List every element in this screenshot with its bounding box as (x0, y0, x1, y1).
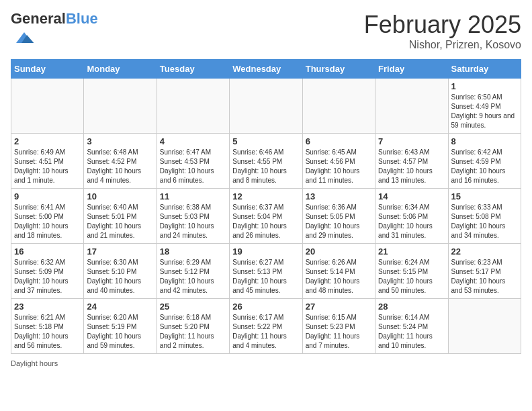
day-number: 3 (87, 136, 153, 146)
calendar-cell: 11Sunrise: 6:38 AM Sunset: 5:03 PM Dayli… (157, 189, 229, 244)
weekday-header: Saturday (448, 60, 521, 79)
day-info: Sunrise: 6:15 AM Sunset: 5:23 PM Dayligh… (306, 313, 372, 351)
calendar-cell: 21Sunrise: 6:24 AM Sunset: 5:15 PM Dayli… (375, 244, 448, 299)
day-info: Sunrise: 6:23 AM Sunset: 5:17 PM Dayligh… (451, 258, 518, 295)
calendar-week-row: 1Sunrise: 6:50 AM Sunset: 4:49 PM Daylig… (11, 79, 521, 134)
day-info: Sunrise: 6:40 AM Sunset: 5:01 PM Dayligh… (87, 203, 153, 240)
day-info: Sunrise: 6:34 AM Sunset: 5:06 PM Dayligh… (378, 203, 445, 240)
day-number: 17 (87, 246, 153, 257)
calendar-cell: 25Sunrise: 6:18 AM Sunset: 5:20 PM Dayli… (157, 299, 229, 354)
day-info: Sunrise: 6:47 AM Sunset: 4:53 PM Dayligh… (160, 148, 226, 185)
calendar-cell: 6Sunrise: 6:45 AM Sunset: 4:56 PM Daylig… (302, 134, 375, 189)
calendar-cell: 3Sunrise: 6:48 AM Sunset: 4:52 PM Daylig… (84, 134, 157, 189)
day-info: Sunrise: 6:18 AM Sunset: 5:20 PM Dayligh… (160, 313, 226, 351)
title-block: February 2025 Nishor, Prizren, Kosovo (364, 11, 521, 51)
calendar-cell: 23Sunrise: 6:21 AM Sunset: 5:18 PM Dayli… (11, 299, 84, 354)
calendar-cell: 16Sunrise: 6:32 AM Sunset: 5:09 PM Dayli… (11, 244, 84, 299)
day-info: Sunrise: 6:43 AM Sunset: 4:57 PM Dayligh… (378, 148, 445, 185)
calendar-cell: 22Sunrise: 6:23 AM Sunset: 5:17 PM Dayli… (448, 244, 521, 299)
day-number: 20 (306, 246, 372, 257)
weekday-header: Wednesday (230, 60, 302, 79)
calendar-cell (84, 79, 157, 134)
daylight-hours-label: Daylight hours (11, 359, 58, 367)
weekday-header: Thursday (302, 60, 375, 79)
logo: GeneralBlue (11, 11, 98, 51)
calendar-cell (302, 79, 375, 134)
day-info: Sunrise: 6:33 AM Sunset: 5:08 PM Dayligh… (451, 203, 518, 240)
day-number: 18 (160, 246, 226, 257)
calendar-cell: 27Sunrise: 6:15 AM Sunset: 5:23 PM Dayli… (302, 299, 375, 354)
day-info: Sunrise: 6:37 AM Sunset: 5:04 PM Dayligh… (232, 203, 299, 240)
day-info: Sunrise: 6:30 AM Sunset: 5:10 PM Dayligh… (87, 258, 153, 295)
day-number: 6 (306, 136, 372, 146)
day-number: 14 (378, 191, 445, 201)
calendar-cell (448, 299, 521, 354)
calendar-cell: 5Sunrise: 6:46 AM Sunset: 4:55 PM Daylig… (230, 134, 302, 189)
day-info: Sunrise: 6:17 AM Sunset: 5:22 PM Dayligh… (232, 313, 299, 351)
calendar-cell: 26Sunrise: 6:17 AM Sunset: 5:22 PM Dayli… (230, 299, 302, 354)
day-info: Sunrise: 6:24 AM Sunset: 5:15 PM Dayligh… (378, 258, 445, 295)
day-number: 9 (14, 191, 81, 201)
day-info: Sunrise: 6:38 AM Sunset: 5:03 PM Dayligh… (160, 203, 226, 240)
day-number: 19 (232, 246, 299, 257)
day-number: 13 (306, 191, 372, 201)
calendar-cell: 2Sunrise: 6:49 AM Sunset: 4:51 PM Daylig… (11, 134, 84, 189)
calendar-week-row: 23Sunrise: 6:21 AM Sunset: 5:18 PM Dayli… (11, 299, 521, 354)
day-number: 15 (451, 191, 518, 201)
day-info: Sunrise: 6:14 AM Sunset: 5:24 PM Dayligh… (378, 313, 445, 351)
day-info: Sunrise: 6:48 AM Sunset: 4:52 PM Dayligh… (87, 148, 153, 185)
calendar-cell: 17Sunrise: 6:30 AM Sunset: 5:10 PM Dayli… (84, 244, 157, 299)
day-info: Sunrise: 6:41 AM Sunset: 5:00 PM Dayligh… (14, 203, 81, 240)
calendar-cell: 4Sunrise: 6:47 AM Sunset: 4:53 PM Daylig… (157, 134, 229, 189)
calendar-cell: 24Sunrise: 6:20 AM Sunset: 5:19 PM Dayli… (84, 299, 157, 354)
weekday-header: Monday (84, 60, 157, 79)
weekday-header: Sunday (11, 60, 84, 79)
calendar-cell (230, 79, 302, 134)
day-info: Sunrise: 6:42 AM Sunset: 4:59 PM Dayligh… (451, 148, 518, 185)
day-info: Sunrise: 6:26 AM Sunset: 5:14 PM Dayligh… (306, 258, 372, 295)
day-number: 8 (451, 136, 518, 146)
day-number: 2 (14, 136, 81, 146)
month-title: February 2025 (364, 11, 521, 39)
calendar-cell: 19Sunrise: 6:27 AM Sunset: 5:13 PM Dayli… (230, 244, 302, 299)
weekday-header: Tuesday (157, 60, 229, 79)
day-info: Sunrise: 6:46 AM Sunset: 4:55 PM Dayligh… (232, 148, 299, 185)
logo-blue-text: Blue (66, 10, 98, 27)
day-number: 4 (160, 136, 226, 146)
day-number: 1 (451, 81, 518, 91)
day-number: 5 (232, 136, 299, 146)
day-number: 11 (160, 191, 226, 201)
day-info: Sunrise: 6:49 AM Sunset: 4:51 PM Dayligh… (14, 148, 81, 185)
day-number: 24 (87, 302, 153, 312)
day-info: Sunrise: 6:50 AM Sunset: 4:49 PM Dayligh… (451, 93, 518, 130)
day-number: 28 (378, 302, 445, 312)
calendar-cell: 7Sunrise: 6:43 AM Sunset: 4:57 PM Daylig… (375, 134, 448, 189)
calendar-week-row: 16Sunrise: 6:32 AM Sunset: 5:09 PM Dayli… (11, 244, 521, 299)
logo-general-text: General (11, 10, 66, 27)
calendar-cell: 28Sunrise: 6:14 AM Sunset: 5:24 PM Dayli… (375, 299, 448, 354)
calendar-cell: 9Sunrise: 6:41 AM Sunset: 5:00 PM Daylig… (11, 189, 84, 244)
weekday-header-row: SundayMondayTuesdayWednesdayThursdayFrid… (11, 60, 521, 79)
day-number: 27 (306, 302, 372, 312)
calendar-cell: 14Sunrise: 6:34 AM Sunset: 5:06 PM Dayli… (375, 189, 448, 244)
day-number: 23 (14, 302, 81, 312)
day-number: 21 (378, 246, 445, 257)
day-info: Sunrise: 6:27 AM Sunset: 5:13 PM Dayligh… (232, 258, 299, 295)
logo-icon (13, 27, 35, 48)
page-header: GeneralBlue February 2025 Nishor, Prizre… (11, 11, 521, 51)
calendar-cell: 20Sunrise: 6:26 AM Sunset: 5:14 PM Dayli… (302, 244, 375, 299)
weekday-header: Friday (375, 60, 448, 79)
day-info: Sunrise: 6:20 AM Sunset: 5:19 PM Dayligh… (87, 313, 153, 351)
calendar-week-row: 9Sunrise: 6:41 AM Sunset: 5:00 PM Daylig… (11, 189, 521, 244)
calendar-cell: 15Sunrise: 6:33 AM Sunset: 5:08 PM Dayli… (448, 189, 521, 244)
day-info: Sunrise: 6:21 AM Sunset: 5:18 PM Dayligh… (14, 313, 81, 351)
day-info: Sunrise: 6:29 AM Sunset: 5:12 PM Dayligh… (160, 258, 226, 295)
calendar-week-row: 2Sunrise: 6:49 AM Sunset: 4:51 PM Daylig… (11, 134, 521, 189)
day-number: 16 (14, 246, 81, 257)
calendar-cell: 18Sunrise: 6:29 AM Sunset: 5:12 PM Dayli… (157, 244, 229, 299)
calendar-cell: 12Sunrise: 6:37 AM Sunset: 5:04 PM Dayli… (230, 189, 302, 244)
calendar-cell: 8Sunrise: 6:42 AM Sunset: 4:59 PM Daylig… (448, 134, 521, 189)
calendar-cell (375, 79, 448, 134)
calendar-cell: 10Sunrise: 6:40 AM Sunset: 5:01 PM Dayli… (84, 189, 157, 244)
day-number: 22 (451, 246, 518, 257)
